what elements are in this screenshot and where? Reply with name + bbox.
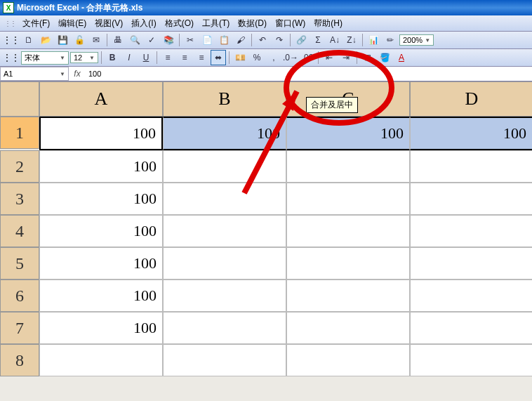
col-header-D[interactable]: D [410, 81, 532, 117]
spelling-icon[interactable]: ✓ [144, 32, 159, 48]
cell-C4[interactable] [286, 215, 410, 247]
row-header-4[interactable]: 4 [0, 215, 39, 247]
menu-format[interactable]: 格式(O) [161, 16, 198, 31]
redo-icon[interactable]: ↷ [272, 32, 287, 48]
decrease-decimal-icon[interactable]: .00 [300, 50, 315, 65]
formula-input[interactable] [86, 67, 532, 80]
font-select[interactable]: 宋体▼ [21, 51, 69, 65]
undo-icon[interactable]: ↶ [255, 32, 270, 48]
percent-icon[interactable]: % [249, 50, 265, 65]
cell-D6[interactable] [410, 280, 532, 312]
cell-B4[interactable] [163, 215, 286, 247]
cell-C8[interactable] [286, 344, 410, 376]
cell-A5[interactable]: 100 [39, 247, 163, 280]
row-header-5[interactable]: 5 [0, 247, 39, 280]
menu-help[interactable]: 帮助(H) [310, 16, 347, 31]
row-header-8[interactable]: 8 [0, 344, 39, 376]
copy-icon[interactable]: 📄 [199, 32, 215, 48]
cell-A2[interactable]: 100 [39, 150, 163, 183]
cell-C3[interactable] [286, 183, 410, 215]
permission-icon[interactable]: 🔓 [72, 32, 87, 48]
cell-C5[interactable] [286, 247, 410, 280]
cell-D5[interactable] [410, 247, 532, 280]
font-color-icon[interactable]: A [394, 50, 409, 65]
cell-C1[interactable]: 100 [286, 117, 410, 150]
increase-decimal-icon[interactable]: .0→ [283, 50, 298, 65]
cell-B3[interactable] [163, 183, 286, 215]
open-icon[interactable]: 📂 [38, 32, 53, 48]
underline-button[interactable]: U [138, 50, 154, 65]
autosum-icon[interactable]: Σ [310, 32, 326, 48]
new-icon[interactable]: 🗋 [21, 32, 36, 48]
col-header-A[interactable]: A [39, 81, 163, 117]
cell-C7[interactable] [286, 312, 410, 344]
fill-color-icon[interactable]: 🪣 [377, 50, 392, 65]
cell-D1[interactable]: 100 [410, 117, 532, 150]
cell-B8[interactable] [163, 344, 286, 376]
name-box[interactable]: A1▼ [0, 67, 69, 81]
zoom-select[interactable]: 200%▼ [399, 34, 434, 46]
fx-button[interactable]: fx [69, 69, 86, 79]
cell-B7[interactable] [163, 312, 286, 344]
separator [362, 34, 363, 46]
menu-tools[interactable]: 工具(T) [198, 16, 234, 31]
menu-window[interactable]: 窗口(W) [271, 16, 310, 31]
row-header-1[interactable]: 1 [0, 117, 39, 149]
cell-A6[interactable]: 100 [39, 280, 163, 312]
increase-indent-icon[interactable]: ⇥ [338, 50, 354, 65]
cell-A7[interactable]: 100 [39, 312, 163, 344]
row-header-2[interactable]: 2 [0, 150, 39, 183]
decrease-indent-icon[interactable]: ⇤ [321, 50, 337, 65]
italic-button[interactable]: I [121, 50, 137, 65]
chart-icon[interactable]: 📊 [366, 32, 381, 48]
cell-B2[interactable] [163, 150, 286, 183]
bold-button[interactable]: B [105, 50, 120, 65]
mail-icon[interactable]: ✉ [88, 32, 104, 48]
save-icon[interactable]: 💾 [55, 32, 70, 48]
hyperlink-icon[interactable]: 🔗 [293, 32, 309, 48]
drawing-icon[interactable]: ✏ [383, 32, 398, 48]
sort-desc-icon[interactable]: Z↓ [344, 32, 359, 48]
cell-A1[interactable]: 100 [39, 117, 163, 150]
cell-D3[interactable] [410, 183, 532, 215]
col-header-B[interactable]: B [163, 81, 286, 117]
print-icon[interactable]: 🖶 [110, 32, 126, 48]
cell-D7[interactable] [410, 312, 532, 344]
merge-center-button[interactable]: ⬌ [211, 50, 226, 65]
borders-icon[interactable]: ⊞ [360, 50, 375, 65]
format-painter-icon[interactable]: 🖌 [233, 32, 248, 48]
sort-asc-icon[interactable]: A↓ [327, 32, 343, 48]
separator [107, 34, 107, 46]
research-icon[interactable]: 📚 [161, 32, 176, 48]
cell-D4[interactable] [410, 215, 532, 247]
cell-B6[interactable] [163, 280, 286, 312]
cell-B1[interactable]: 100 [163, 117, 286, 150]
select-all-corner[interactable] [0, 81, 39, 117]
paste-icon[interactable]: 📋 [216, 32, 232, 48]
cell-C2[interactable] [286, 150, 410, 183]
cell-A3[interactable]: 100 [39, 183, 163, 215]
cell-D8[interactable] [410, 344, 532, 376]
cut-icon[interactable]: ✂ [182, 32, 198, 48]
chevron-down-icon: ▼ [60, 71, 65, 77]
cell-D2[interactable] [410, 150, 532, 183]
align-right-icon[interactable]: ≡ [194, 50, 209, 65]
menu-data[interactable]: 数据(D) [234, 16, 271, 31]
print-preview-icon[interactable]: 🔍 [127, 32, 142, 48]
currency-icon[interactable]: 💴 [232, 50, 248, 65]
cell-A4[interactable]: 100 [39, 215, 163, 247]
menu-file[interactable]: 文件(F) [18, 16, 54, 31]
cell-C6[interactable] [286, 280, 410, 312]
menu-insert[interactable]: 插入(I) [127, 16, 160, 31]
cell-B5[interactable] [163, 247, 286, 280]
row-header-3[interactable]: 3 [0, 183, 39, 215]
align-left-icon[interactable]: ≡ [160, 50, 175, 65]
align-center-icon[interactable]: ≡ [177, 50, 192, 65]
menu-view[interactable]: 视图(V) [91, 16, 127, 31]
row-header-7[interactable]: 7 [0, 312, 39, 344]
menu-edit[interactable]: 编辑(E) [54, 16, 91, 31]
comma-icon[interactable]: , [266, 50, 281, 65]
row-header-6[interactable]: 6 [0, 280, 39, 312]
cell-A8[interactable] [39, 344, 163, 376]
font-size-select[interactable]: 12▼ [70, 52, 98, 63]
